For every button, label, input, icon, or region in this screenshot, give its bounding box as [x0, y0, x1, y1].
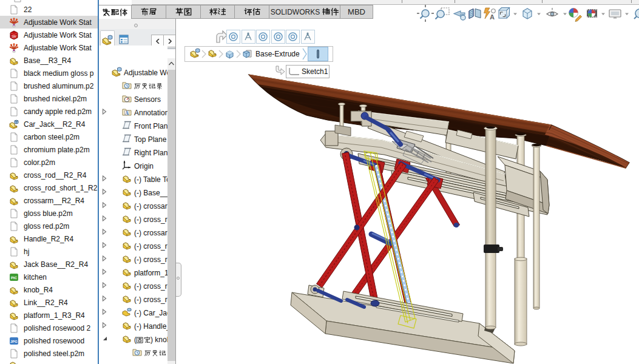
svg-text:A: A [125, 110, 129, 116]
svg-text:JPG: JPG [10, 340, 18, 343]
svg-text:A: A [490, 13, 495, 21]
svg-text:SW: SW [12, 35, 16, 38]
svg-text:PIC: PIC [11, 276, 18, 280]
